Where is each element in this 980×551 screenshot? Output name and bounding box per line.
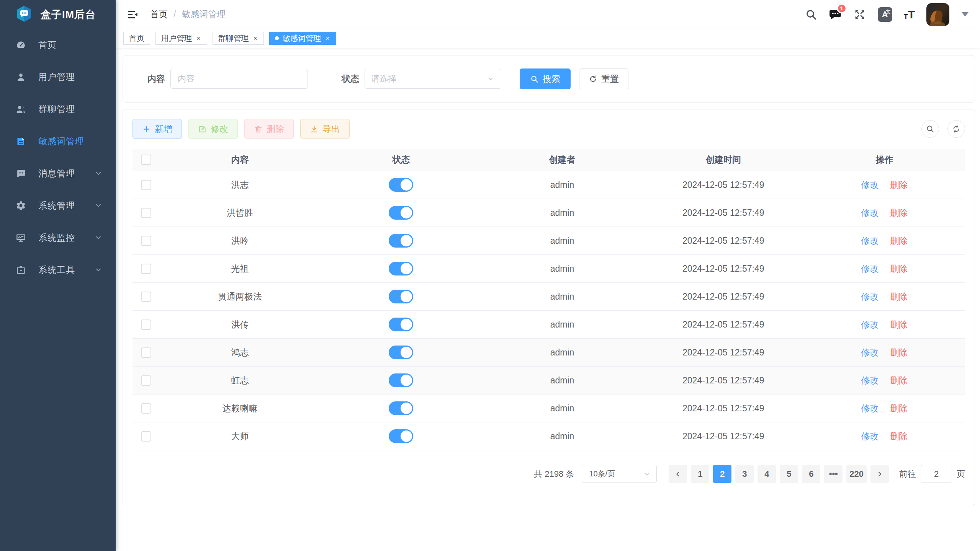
select-all-checkbox[interactable]	[141, 155, 151, 165]
row-delete-link[interactable]: 删除	[890, 347, 908, 359]
status-toggle[interactable]	[389, 318, 413, 331]
row-edit-link[interactable]: 修改	[861, 263, 879, 275]
sidebar-item-messages[interactable]: 消息管理	[0, 157, 116, 189]
avatar-dropdown-caret-icon[interactable]	[962, 12, 969, 16]
sidebar-item-label: 用户管理	[38, 71, 75, 83]
tab-label: 用户管理	[161, 33, 192, 44]
search-icon[interactable]	[805, 8, 817, 21]
sidebar-item-system-monitor[interactable]: 系统监控	[0, 222, 116, 254]
tab-sensitive-words[interactable]: 敏感词管理 ×	[269, 32, 336, 45]
sidebar-item-home[interactable]: 首页	[0, 29, 116, 61]
row-delete-link[interactable]: 删除	[890, 319, 908, 331]
users-icon	[16, 104, 26, 114]
cell-created-at: 2024-12-05 12:57:49	[643, 208, 804, 218]
show-search-button[interactable]	[921, 120, 939, 138]
sidebar-item-users[interactable]: 用户管理	[0, 61, 116, 93]
reset-button[interactable]: 重置	[579, 68, 628, 89]
font-size-icon[interactable]: TT	[904, 9, 915, 20]
cell-content: 鸿志	[159, 347, 321, 359]
content-filter-input[interactable]	[170, 69, 308, 89]
message-icon[interactable]: 1	[829, 8, 842, 21]
row-checkbox[interactable]	[141, 375, 151, 386]
row-delete-link[interactable]: 删除	[890, 207, 908, 219]
status-toggle[interactable]	[389, 401, 413, 415]
tab-close-icon[interactable]: ×	[196, 34, 201, 42]
row-edit-link[interactable]: 修改	[861, 430, 879, 442]
row-edit-link[interactable]: 修改	[861, 403, 879, 414]
export-button[interactable]: 导出	[300, 119, 350, 139]
row-delete-link[interactable]: 删除	[890, 291, 908, 303]
sidebar-item-sensitive-words[interactable]: 敏感词管理	[0, 125, 116, 157]
tab-close-icon[interactable]: ×	[325, 34, 330, 42]
page-size-select[interactable]: 10条/页	[582, 465, 657, 483]
page-number-button[interactable]: 6	[802, 465, 820, 483]
tab-close-icon[interactable]: ×	[253, 34, 258, 42]
sidebar-item-label: 系统监控	[38, 232, 75, 244]
sidebar-item-groups[interactable]: 群聊管理	[0, 93, 116, 125]
search-button[interactable]: 搜索	[520, 68, 571, 89]
tab-user-management[interactable]: 用户管理 ×	[155, 32, 207, 45]
page-number-button[interactable]: 220	[846, 465, 867, 483]
row-checkbox[interactable]	[141, 208, 151, 218]
page-number-button[interactable]: 1	[691, 465, 709, 483]
sidebar-collapse-icon[interactable]	[126, 8, 139, 21]
row-checkbox[interactable]	[141, 347, 151, 358]
refresh-icon	[589, 75, 597, 83]
row-delete-link[interactable]: 删除	[890, 375, 908, 386]
status-toggle[interactable]	[389, 234, 413, 248]
tab-group-management[interactable]: 群聊管理 ×	[213, 32, 264, 45]
page-number-button[interactable]: 2	[713, 465, 731, 483]
row-checkbox[interactable]	[141, 264, 151, 274]
tab-label: 首页	[129, 33, 144, 44]
row-delete-link[interactable]: 删除	[890, 403, 908, 414]
row-edit-link[interactable]: 修改	[861, 347, 879, 359]
row-edit-link[interactable]: 修改	[861, 319, 879, 331]
page-number-button[interactable]: 3	[735, 465, 754, 483]
status-filter-select[interactable]: 请选择	[365, 69, 501, 89]
refresh-table-button[interactable]	[947, 120, 965, 138]
breadcrumb-home[interactable]: 首页	[150, 8, 168, 20]
next-page-button[interactable]	[870, 465, 889, 483]
table-toolbar: 新增 修改 删除 导出	[133, 119, 965, 139]
row-edit-link[interactable]: 修改	[861, 375, 879, 386]
row-delete-link[interactable]: 删除	[890, 179, 908, 191]
row-delete-link[interactable]: 删除	[890, 263, 908, 275]
row-edit-link[interactable]: 修改	[861, 291, 879, 303]
row-checkbox[interactable]	[141, 431, 151, 442]
prev-page-button[interactable]	[669, 465, 687, 483]
sidebar-item-system-management[interactable]: 系统管理	[0, 189, 116, 222]
row-checkbox[interactable]	[141, 403, 151, 414]
row-edit-link[interactable]: 修改	[861, 207, 879, 219]
row-delete-link[interactable]: 删除	[890, 430, 908, 442]
sidebar-item-system-tools[interactable]: 系统工具	[0, 254, 116, 286]
cell-creator: admin	[482, 375, 643, 386]
user-avatar[interactable]	[926, 3, 949, 26]
row-edit-link[interactable]: 修改	[861, 179, 879, 191]
row-checkbox[interactable]	[141, 236, 151, 246]
fullscreen-icon[interactable]	[853, 8, 866, 21]
row-checkbox[interactable]	[141, 292, 151, 302]
status-toggle[interactable]	[389, 290, 413, 303]
status-toggle[interactable]	[389, 262, 413, 276]
row-edit-link[interactable]: 修改	[861, 235, 879, 247]
translate-icon[interactable]: A文	[878, 7, 892, 22]
cell-content: 洪哲胜	[159, 207, 321, 219]
page-number-button[interactable]: 4	[757, 465, 776, 483]
status-toggle[interactable]	[389, 346, 413, 359]
status-toggle[interactable]	[389, 373, 413, 387]
add-button[interactable]: 新增	[133, 119, 182, 139]
status-toggle[interactable]	[389, 429, 413, 443]
page-number-button[interactable]: 5	[780, 465, 798, 483]
status-toggle[interactable]	[389, 206, 413, 220]
page-unit-label: 页	[957, 468, 965, 480]
row-delete-link[interactable]: 删除	[890, 235, 908, 247]
tab-home[interactable]: 首页	[123, 32, 150, 45]
goto-page-input[interactable]	[921, 465, 952, 483]
page-ellipsis-button[interactable]: •••	[824, 465, 843, 483]
row-checkbox[interactable]	[141, 320, 151, 330]
status-toggle[interactable]	[389, 178, 413, 192]
monitor-icon	[16, 233, 26, 243]
row-checkbox[interactable]	[141, 180, 151, 190]
chat-icon	[16, 168, 26, 179]
plus-icon	[142, 125, 151, 134]
